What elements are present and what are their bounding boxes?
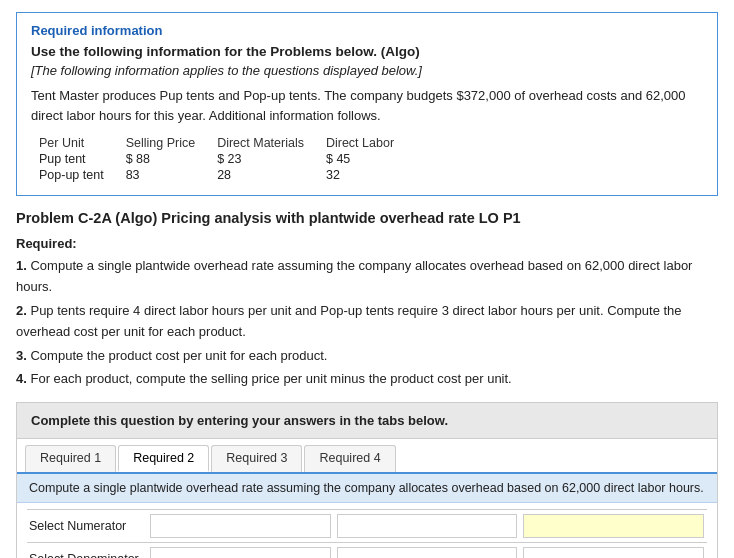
numerator-field-1[interactable] (150, 514, 331, 538)
blue-info-bar: Compute a single plantwide overhead rate… (17, 474, 717, 503)
info-box: Required information Use the following i… (16, 12, 718, 196)
numerator-input-1[interactable] (150, 514, 331, 538)
numerator-field-3[interactable] (523, 514, 704, 538)
denominator-label: Select Denominator (27, 552, 147, 558)
denominator-input-3[interactable] (523, 547, 704, 558)
numerator-field-2[interactable] (337, 514, 518, 538)
problem-title: Problem C-2A (Algo) Pricing analysis wit… (16, 210, 718, 226)
data-table: Per Unit Selling Price Direct Materials … (35, 135, 412, 183)
numerator-label: Select Numerator (27, 519, 147, 533)
req-step-1: 1. Compute a single plantwide overhead r… (16, 255, 718, 298)
tabs-area: Required 1 Required 2 Required 3 Require… (16, 439, 718, 558)
row2-name: Pop-up tent (35, 167, 122, 183)
col-header-selling-price: Selling Price (122, 135, 213, 151)
col-header-per-unit: Per Unit (35, 135, 122, 151)
italic-note: [The following information applies to th… (31, 63, 703, 78)
required-info-label: Required information (31, 23, 703, 38)
row1-direct-materials: $ 23 (213, 151, 322, 167)
problem-section: Problem C-2A (Algo) Pricing analysis wit… (16, 210, 718, 390)
denominator-input-2[interactable] (337, 547, 518, 558)
numerator-input-2[interactable] (337, 514, 518, 538)
denominator-field-3[interactable] (523, 547, 704, 558)
table-row: Pop-up tent 83 28 32 (35, 167, 412, 183)
req-step-2: 2. Pup tents require 4 direct labor hour… (16, 300, 718, 343)
requirements-list: 1. Compute a single plantwide overhead r… (16, 255, 718, 390)
row1-name: Pup tent (35, 151, 122, 167)
tab-required-4[interactable]: Required 4 (304, 445, 395, 472)
content-area: Select Numerator Select Denominator (17, 503, 717, 558)
denominator-field-2[interactable] (337, 547, 518, 558)
table-row: Pup tent $ 88 $ 23 $ 45 (35, 151, 412, 167)
denominator-field-1[interactable] (150, 547, 331, 558)
row2-direct-labor: 32 (322, 167, 412, 183)
row1-direct-labor: $ 45 (322, 151, 412, 167)
denominator-input-1[interactable] (150, 547, 331, 558)
row1-selling-price: $ 88 (122, 151, 213, 167)
req-step-3: 3. Compute the product cost per unit for… (16, 345, 718, 366)
complete-box: Complete this question by entering your … (16, 402, 718, 439)
col-header-direct-labor: Direct Labor (322, 135, 412, 151)
tab-required-1[interactable]: Required 1 (25, 445, 116, 472)
denominator-row: Select Denominator (27, 543, 707, 558)
description: Tent Master produces Pup tents and Pop-u… (31, 86, 703, 125)
tabs-row: Required 1 Required 2 Required 3 Require… (17, 439, 717, 474)
use-following-label: Use the following information for the Pr… (31, 44, 703, 59)
numerator-input-3-yellow[interactable] (523, 514, 704, 538)
required-label: Required: (16, 236, 718, 251)
row2-selling-price: 83 (122, 167, 213, 183)
req-step-4: 4. For each product, compute the selling… (16, 368, 718, 389)
col-header-direct-materials: Direct Materials (213, 135, 322, 151)
numerator-row: Select Numerator (27, 509, 707, 543)
row2-direct-materials: 28 (213, 167, 322, 183)
tab-required-3[interactable]: Required 3 (211, 445, 302, 472)
tab-required-2[interactable]: Required 2 (118, 445, 209, 472)
